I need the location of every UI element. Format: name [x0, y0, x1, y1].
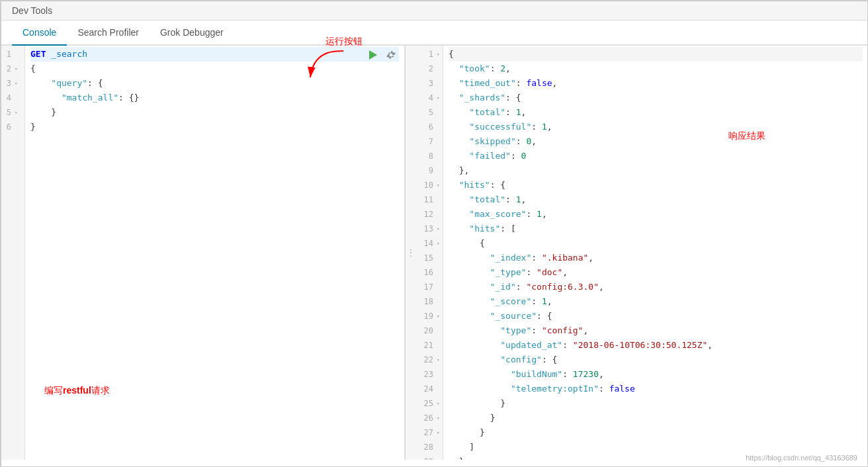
response-line-numbers: 1▾ 2 3 4▾ 5 6 7 8 9 10▾ 11 12 13▾ 14▾ 15… [415, 46, 443, 460]
resp-line-num-2: 2 [415, 62, 443, 76]
resp-code-6: "successful": 1, [449, 120, 863, 134]
resp-code-16: "_type": "doc", [449, 265, 863, 280]
tab-grok-debugger[interactable]: Grok Debugger [150, 21, 234, 46]
resp-code-2: "took": 2, [449, 62, 863, 76]
title-bar: Dev Tools [1, 1, 868, 21]
main-content: 1 2▾ 3▾ 4 5▾ 6 [1, 46, 868, 460]
resp-line-num-6: 6 [415, 120, 443, 134]
tab-bar: Console Search Profiler Grok Debugger [1, 21, 868, 46]
resp-code-18: "_score": 1, [449, 294, 863, 309]
code-line-3: "query": { [30, 76, 399, 91]
resp-code-17: "_id": "config:6.3.0", [449, 280, 863, 294]
response-code[interactable]: { "took": 2, "timed_out": false, "_shard… [443, 46, 868, 460]
resp-code-12: "max_score": 1, [449, 207, 863, 222]
resp-line-num-7: 7 [415, 134, 443, 149]
resp-line-num-8: 8 [415, 149, 443, 163]
resp-code-10: "hits": { [449, 178, 863, 192]
resp-code-15: "_index": ".kibana", [449, 251, 863, 265]
resp-line-num-12: 12 [415, 207, 443, 222]
resp-code-22: "config": { [449, 353, 863, 367]
resp-line-num-20: 20 [415, 323, 443, 338]
app-title: Dev Tools [12, 5, 52, 16]
resp-line-num-3: 3 [415, 76, 443, 91]
resp-line-num-21: 21 [415, 338, 443, 353]
resp-line-num-1: 1▾ [415, 47, 443, 62]
code-line-1: GET _search [30, 47, 399, 62]
tab-search-profiler[interactable]: Search Profiler [67, 21, 150, 46]
resp-line-num-13: 13▾ [415, 222, 443, 236]
line-num-4: 4 [1, 91, 21, 105]
code-line-4: "match_all": {} [30, 91, 399, 105]
line-num-5: 5▾ [1, 105, 21, 120]
resp-code-13: "hits": [ [449, 222, 863, 236]
resp-code-24: "telemetry:optIn": false [449, 382, 863, 396]
tab-console[interactable]: Console [12, 21, 67, 46]
resp-code-5: "total": 1, [449, 105, 863, 120]
resp-line-num-10: 10▾ [415, 178, 443, 192]
run-button[interactable] [365, 47, 380, 63]
resp-line-num-18: 18 [415, 294, 443, 309]
resp-line-num-5: 5 [415, 105, 443, 120]
resp-code-20: "type": "config", [449, 323, 863, 338]
resp-line-num-11: 11 [415, 192, 443, 207]
resp-line-num-29: 29 [415, 454, 443, 460]
panel-gutter[interactable]: ⋮ [405, 46, 415, 460]
watermark: https://blog.csdn.net/qq_43163689 [746, 454, 857, 462]
resp-code-11: "total": 1, [449, 192, 863, 207]
resp-code-19: "_source": { [449, 309, 863, 323]
resp-code-26: } [449, 411, 863, 425]
annotation-restful: 编写restful请求 [44, 385, 110, 397]
resp-line-num-9: 9 [415, 163, 443, 178]
code-line-6: } [30, 120, 399, 134]
line-num-6: 6 [1, 120, 21, 134]
resp-line-num-17: 17 [415, 280, 443, 294]
resp-line-num-28: 28 [415, 440, 443, 454]
resp-line-num-4: 4▾ [415, 91, 443, 105]
resp-code-8: "failed": 0 [449, 149, 863, 163]
resp-code-1: { [449, 47, 863, 62]
resp-code-27: } [449, 425, 863, 440]
resp-code-9: }, [449, 163, 863, 178]
resp-line-num-22: 22▾ [415, 353, 443, 367]
editor-line-numbers: 1 2▾ 3▾ 4 5▾ 6 [1, 46, 25, 460]
settings-button[interactable] [383, 47, 399, 63]
resp-code-23: "buildNum": 17230, [449, 367, 863, 382]
response-panel: 1▾ 2 3 4▾ 5 6 7 8 9 10▾ 11 12 13▾ 14▾ 15… [415, 46, 868, 460]
svg-marker-0 [369, 50, 377, 60]
code-line-2: { [30, 62, 399, 76]
resp-code-4: "_shards": { [449, 91, 863, 105]
resp-code-7: "skipped": 0, [449, 134, 863, 149]
resp-code-21: "updated_at": "2018-06-10T06:30:50.125Z"… [449, 338, 863, 353]
editor-panel: 1 2▾ 3▾ 4 5▾ 6 [1, 46, 405, 460]
line-num-3: 3▾ [1, 76, 21, 91]
resp-line-num-26: 26▾ [415, 411, 443, 425]
resp-line-num-23: 23 [415, 367, 443, 382]
resp-line-num-25: 25▾ [415, 396, 443, 411]
resp-line-num-15: 15 [415, 251, 443, 265]
resp-line-num-19: 19▾ [415, 309, 443, 323]
line-num-2: 2▾ [1, 62, 21, 76]
line-num-1: 1 [1, 47, 21, 62]
editor-area: 1 2▾ 3▾ 4 5▾ 6 [1, 46, 404, 460]
resp-code-14: { [449, 236, 863, 251]
code-line-5: } [30, 105, 399, 120]
resp-code-28: ] [449, 440, 863, 454]
resp-line-num-14: 14▾ [415, 236, 443, 251]
resp-line-num-16: 16 [415, 265, 443, 280]
action-buttons [365, 47, 399, 63]
resp-code-25: } [449, 396, 863, 411]
resp-line-num-24: 24 [415, 382, 443, 396]
resp-code-3: "timed_out": false, [449, 76, 863, 91]
resp-line-num-27: 27▾ [415, 425, 443, 440]
editor-code[interactable]: GET _search { "query": { "match_all": {}… [25, 46, 404, 460]
